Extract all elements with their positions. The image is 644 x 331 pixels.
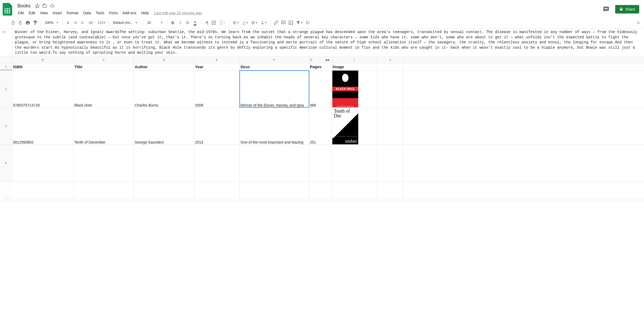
column-arrows-icon[interactable]: ◀▶ (325, 58, 330, 61)
row-header-1[interactable]: 1 (0, 63, 12, 70)
cell-i5[interactable] (332, 182, 377, 200)
cell-b4[interactable] (12, 145, 74, 181)
cell-g1[interactable]: Pages (309, 63, 332, 70)
text-wrap-button[interactable]: ▼ (250, 19, 259, 26)
sheets-logo[interactable] (2, 4, 13, 15)
row-header-4[interactable]: 4 (0, 145, 12, 181)
merge-cells-button[interactable]: ▼ (218, 19, 227, 26)
cell-e5[interactable] (194, 182, 240, 200)
increase-decimal-button[interactable]: .00→ (87, 19, 96, 26)
cell-f1[interactable]: Desc (240, 63, 309, 70)
cell-b2[interactable]: 9780375714726 (12, 71, 74, 107)
text-rotation-button[interactable]: ▼ (259, 19, 268, 26)
menu-file[interactable]: File (16, 10, 26, 16)
cell-g3[interactable]: 251 (309, 108, 332, 144)
horizontal-align-button[interactable]: ▼ (232, 19, 240, 26)
col-header-e[interactable]: E (194, 57, 240, 63)
cell-d5[interactable] (134, 182, 194, 200)
bold-button[interactable]: B (169, 19, 176, 26)
col-header-j[interactable]: J (377, 57, 403, 63)
vertical-align-button[interactable]: ▼ (241, 19, 250, 26)
cell-i2[interactable]: BLACK HOLE CHARLES BURNS (332, 71, 377, 107)
cell-i3[interactable]: Tenth of Dec GEORGE SAUNDERS ember (332, 108, 377, 144)
row-header-5[interactable]: 5 (0, 182, 12, 200)
print-button[interactable] (24, 19, 31, 26)
cell-e1[interactable]: Year (194, 63, 240, 70)
row-header-3[interactable]: 3 (0, 108, 12, 144)
strikethrough-button[interactable]: S (184, 19, 191, 26)
cell-d4[interactable] (134, 145, 194, 181)
share-button[interactable]: Share (615, 5, 639, 13)
menu-help[interactable]: Help (139, 10, 151, 16)
more-formats-button[interactable]: 123 ▼ (97, 19, 107, 26)
col-header-c[interactable]: C (74, 57, 134, 63)
cell-f3[interactable]: One of the most important and blazing (240, 108, 309, 144)
font-size-select[interactable]: 10 ▼ (145, 21, 165, 25)
paint-format-button[interactable] (32, 19, 39, 26)
cell-c3[interactable]: Tenth of December (74, 108, 134, 144)
italic-button[interactable]: I (177, 19, 184, 26)
cell-c2[interactable]: Black Hole (74, 71, 134, 107)
insert-link-button[interactable] (273, 19, 279, 26)
font-select[interactable]: Default (Ari... ▼ (111, 21, 140, 25)
cell-e2[interactable]: 2008 (194, 71, 240, 107)
cell-c1[interactable]: Title (74, 63, 134, 70)
menu-data[interactable]: Data (81, 10, 93, 16)
cell-j3[interactable] (377, 108, 403, 144)
col-header-g[interactable]: G ◀▶ (309, 57, 332, 63)
cell-g2[interactable]: 368 (309, 71, 332, 107)
col-header-b[interactable]: B (12, 57, 74, 63)
currency-button[interactable]: $ (65, 19, 71, 26)
cell-g5[interactable] (309, 182, 332, 200)
cell-j5[interactable] (377, 182, 403, 200)
redo-button[interactable] (17, 19, 24, 26)
functions-button[interactable]: Σ ▾ (305, 19, 311, 26)
expand-toolbar-button[interactable]: ᐱ (635, 21, 642, 25)
cell-b5[interactable] (12, 182, 74, 200)
formula-input[interactable]: Winner of the Eisner, Harvey, and Ignatz… (12, 29, 644, 57)
cell-j2[interactable] (377, 71, 403, 107)
cell-f2-selected[interactable]: Winner of the Eisner, Harvey, and Igna (240, 71, 309, 107)
menu-edit[interactable]: Edit (27, 10, 37, 16)
cell-b3[interactable]: 0812993802 (12, 108, 74, 144)
menu-view[interactable]: View (38, 10, 50, 16)
last-edit-link[interactable]: Last edit was 24 minutes ago (151, 10, 205, 16)
cell-e4[interactable] (194, 145, 240, 181)
cell-j4[interactable] (377, 145, 403, 181)
cell-f4[interactable] (240, 145, 309, 181)
fill-color-button[interactable] (203, 19, 210, 26)
percent-button[interactable]: % (72, 19, 79, 26)
menu-format[interactable]: Format (65, 10, 80, 16)
cell-j1[interactable] (377, 63, 403, 70)
insert-comment-button[interactable] (280, 19, 287, 26)
decrease-decimal-button[interactable]: .0← (79, 19, 87, 26)
col-header-f[interactable]: F (240, 57, 309, 63)
borders-button[interactable] (210, 19, 217, 26)
col-header-d[interactable]: D (134, 57, 194, 63)
cell-g4[interactable] (309, 145, 332, 181)
menu-addons[interactable]: Add-ons (120, 10, 138, 16)
cloud-icon[interactable] (50, 3, 55, 8)
text-color-button[interactable]: A (192, 19, 198, 26)
cell-i1[interactable]: Image (332, 63, 377, 70)
cell-d2[interactable]: Charles Burns (134, 71, 194, 107)
col-header-i[interactable]: I (332, 57, 377, 63)
move-icon[interactable] (42, 3, 47, 8)
selection-handle[interactable] (308, 107, 309, 107)
cell-i4[interactable] (332, 145, 377, 181)
menu-tools[interactable]: Tools (94, 10, 107, 16)
menu-insert[interactable]: Insert (51, 10, 64, 16)
cell-c4[interactable] (74, 145, 134, 181)
cell-d3[interactable]: George Saunders (134, 108, 194, 144)
insert-chart-button[interactable] (287, 19, 294, 26)
cell-c5[interactable] (74, 182, 134, 200)
cell-d1[interactable]: Author (134, 63, 194, 70)
cell-b1[interactable]: ISBN (12, 63, 74, 70)
comments-button[interactable] (601, 4, 611, 15)
undo-button[interactable] (10, 19, 16, 26)
document-title[interactable]: Books (16, 3, 32, 9)
zoom-select[interactable]: 100% ▼ (43, 21, 60, 25)
cell-e3[interactable]: 2013 (194, 108, 240, 144)
row-header-2[interactable]: 2 (0, 71, 12, 107)
cell-f5[interactable] (240, 182, 309, 200)
